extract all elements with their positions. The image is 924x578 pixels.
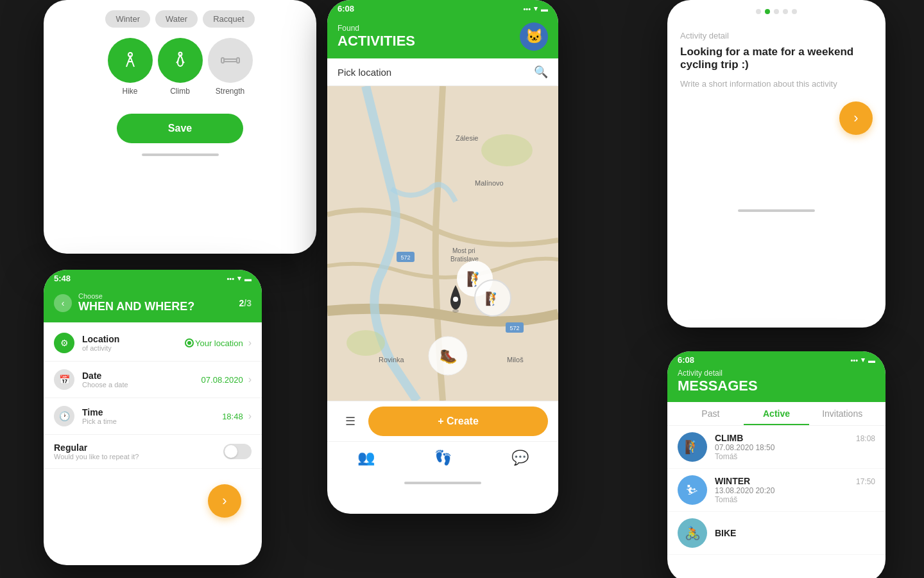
header-subtitle: Choose [78, 292, 239, 300]
svg-point-0 [128, 53, 132, 57]
phone-map: 6:08 ••• ▾ ▬ Found ACTIVITIES 🐱 Pick loc… [327, 0, 558, 514]
status-bar-left: 5:48 ••• ▾ ▬ [44, 270, 262, 287]
phone-activities: Winter Water Racquet Hike [44, 0, 316, 254]
message-item-winter[interactable]: ⛷ WINTER 17:50 13.08.2020 20:20 Tomáš [667, 469, 886, 512]
date-value: 07.08.2020 › [201, 374, 252, 385]
map-search-bar: Pick location 🔍 [327, 58, 558, 86]
nav-footprint[interactable]: 👣 [434, 450, 452, 466]
home-indicator-topright [738, 209, 815, 212]
date-label-main: Date [82, 371, 201, 381]
bike-avatar: 🚴 [678, 518, 707, 548]
save-button[interactable]: Save [117, 114, 243, 143]
messages-title: MESSAGES [678, 378, 875, 394]
svg-text:Malínovo: Malínovo [475, 179, 504, 187]
climb-name: CLIMB [715, 433, 743, 443]
bike-name: BIKE [715, 528, 736, 538]
location-row[interactable]: ⚙ Location of activity Your location › [44, 325, 262, 362]
map-area[interactable]: Zálesie Malínovo Most pri Bratislave Rov… [327, 86, 558, 401]
time-row-icon: 🕐 [54, 406, 74, 426]
tag-water[interactable]: Water [155, 10, 198, 28]
svg-rect-4 [237, 58, 239, 63]
regular-label-main: Regular [54, 442, 223, 453]
battery-icon: ▬ [244, 275, 252, 283]
activity-detail-heading: Looking for a mate for a weekend cycling… [680, 46, 873, 71]
list-view-button[interactable]: ☰ [338, 408, 363, 434]
regular-row: Regular Would you like to repeat it? [44, 435, 262, 469]
climb-sender: Tomáš [715, 452, 875, 461]
message-item-climb[interactable]: 🧗 CLIMB 18:08 07.08.2020 18:50 Tomáš [667, 426, 886, 469]
bike-title-row: BIKE [715, 528, 875, 538]
category-hike[interactable]: Hike [108, 38, 153, 96]
category-strength[interactable]: Strength [208, 38, 253, 96]
when-where-header: ‹ Choose WHEN AND WHERE? 2/3 [44, 287, 262, 322]
nav-group[interactable]: 👥 [357, 450, 375, 466]
tag-racquet[interactable]: Racquet [203, 10, 254, 28]
messages-status-time: 6:08 [678, 355, 694, 365]
location-chevron-icon: › [248, 337, 252, 349]
date-label: Date Choose a date [82, 371, 201, 389]
wifi-icon-c: ▾ [534, 4, 538, 13]
message-list: 🧗 CLIMB 18:08 07.08.2020 18:50 Tomáš ⛷ W… [667, 426, 886, 555]
winter-time: 17:50 [856, 477, 875, 486]
location-row-icon: ⚙ [54, 333, 74, 353]
search-icon[interactable]: 🔍 [534, 65, 548, 79]
svg-point-7 [346, 330, 385, 356]
svg-text:🧗: 🧗 [485, 291, 501, 306]
dot-4 [783, 9, 788, 14]
winter-date: 13.08.2020 20:20 [715, 486, 875, 495]
tab-past[interactable]: Past [678, 402, 744, 425]
dots-icon-c: ••• [523, 5, 531, 13]
status-icons-center: ••• ▾ ▬ [523, 4, 548, 13]
svg-text:572: 572 [400, 254, 410, 261]
activity-detail-section-title: Activity detail [680, 31, 873, 40]
svg-text:🥾: 🥾 [440, 347, 458, 365]
svg-text:Rovinka: Rovinka [379, 356, 405, 363]
winter-content: WINTER 17:50 13.08.2020 20:20 Tomáš [715, 476, 875, 504]
message-item-bike[interactable]: 🚴 BIKE [667, 512, 886, 555]
location-label: Location of activity [82, 334, 186, 352]
user-avatar[interactable]: 🐱 [520, 22, 548, 51]
regular-label-sub: Would you like to repeat it? [54, 453, 223, 460]
category-climb[interactable]: Climb [158, 38, 203, 96]
winter-sender: Tomáš [715, 495, 875, 504]
nav-chat[interactable]: 💬 [511, 450, 529, 466]
create-button[interactable]: + Create [368, 407, 548, 436]
tab-active[interactable]: Active [744, 402, 810, 425]
messages-status-bar: 6:08 ••• ▾ ▬ [667, 351, 886, 365]
svg-text:Most pri: Most pri [452, 247, 475, 254]
winter-title-row: WINTER 17:50 [715, 476, 875, 486]
bottom-nav: 👥 👣 💬 [327, 441, 558, 471]
activity-detail-sub: Write a short information about this act… [680, 79, 873, 89]
tab-invitations[interactable]: Invitations [809, 402, 875, 425]
when-where-form: ⚙ Location of activity Your location › 📅… [44, 322, 262, 525]
messages-tabs: Past Active Invitations [667, 402, 886, 426]
status-icons-left: ••• ▾ ▬ [227, 274, 252, 283]
dot-1 [756, 9, 761, 14]
bike-content: BIKE [715, 528, 875, 538]
activity-detail-next-button[interactable]: › [839, 101, 873, 135]
status-time-left: 5:48 [54, 274, 71, 283]
climb-label: Climb [170, 87, 190, 96]
hike-label: Hike [122, 87, 137, 96]
dot-2 [765, 9, 770, 14]
climb-time: 18:08 [856, 434, 875, 443]
regular-toggle[interactable] [223, 444, 252, 459]
tag-winter[interactable]: Winter [105, 10, 150, 28]
map-bottom-bar: ☰ + Create [327, 401, 558, 441]
step-indicator: 2/3 [239, 298, 252, 308]
svg-text:572: 572 [509, 325, 519, 331]
time-row[interactable]: 🕐 Time Pick a time 18:48 › [44, 398, 262, 435]
dots-icon-m: ••• [850, 356, 858, 364]
home-indicator-center [404, 482, 481, 484]
time-label-sub: Pick a time [82, 417, 222, 425]
next-fab-button[interactable]: › [208, 484, 241, 518]
found-text: Found [338, 24, 415, 33]
dot-5 [792, 9, 797, 14]
phone-when-where: 5:48 ••• ▾ ▬ ‹ Choose WHEN AND WHERE? 2/… [44, 270, 262, 565]
back-button[interactable]: ‹ [54, 294, 72, 312]
date-row[interactable]: 📅 Date Choose a date 07.08.2020 › [44, 362, 262, 398]
winter-avatar: ⛷ [678, 475, 707, 505]
climb-content: CLIMB 18:08 07.08.2020 18:50 Tomáš [715, 433, 875, 461]
activity-detail-body: Activity detail Looking for a mate for a… [667, 21, 886, 145]
strength-label: Strength [216, 87, 244, 96]
